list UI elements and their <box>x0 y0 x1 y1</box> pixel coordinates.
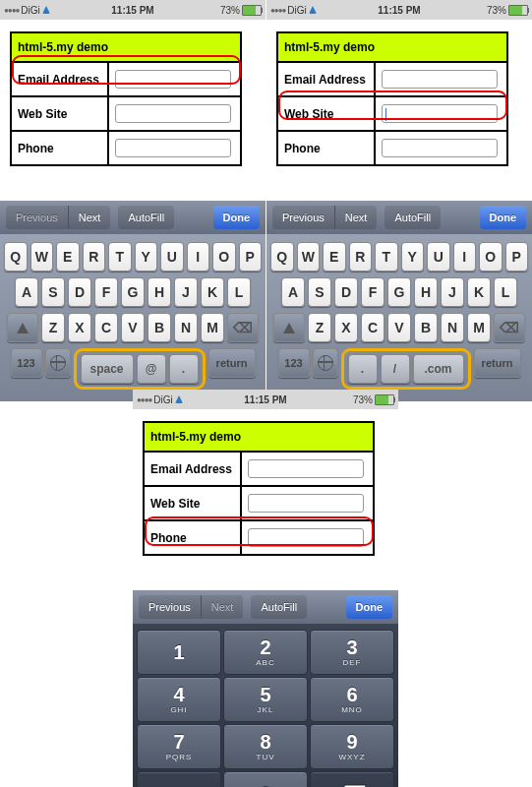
key-q[interactable]: Q <box>4 242 28 272</box>
key-e[interactable]: E <box>323 242 346 272</box>
key-a[interactable]: A <box>15 277 38 307</box>
key-l[interactable]: L <box>227 277 251 307</box>
email-input[interactable] <box>382 70 498 89</box>
dot-key[interactable]: . <box>348 354 378 384</box>
phone-input[interactable] <box>248 528 364 547</box>
slash-key[interactable]: / <box>381 354 410 384</box>
key-7[interactable]: 7PQRS <box>137 724 221 769</box>
url-input[interactable] <box>248 494 364 513</box>
key-q[interactable]: Q <box>270 242 294 272</box>
key-0[interactable]: 0 <box>223 771 308 787</box>
shift-key[interactable] <box>273 313 305 342</box>
key-s[interactable]: S <box>308 277 331 307</box>
backspace-key[interactable]: ⌫ <box>494 313 525 342</box>
key-p[interactable]: P <box>239 242 263 272</box>
key-8[interactable]: 8TUV <box>223 724 308 769</box>
globe-key[interactable] <box>313 348 338 378</box>
url-input[interactable] <box>115 104 231 123</box>
key-9[interactable]: 9WXYZ <box>310 724 394 769</box>
key-x[interactable]: X <box>68 313 91 342</box>
key-z[interactable]: Z <box>308 313 331 342</box>
key-v[interactable]: V <box>121 313 145 342</box>
key-x[interactable]: X <box>334 313 358 342</box>
key-y[interactable]: Y <box>135 242 158 272</box>
next-button[interactable]: Next <box>202 595 244 619</box>
key-e[interactable]: E <box>56 242 80 272</box>
autofill-button[interactable]: AutoFill <box>118 206 174 229</box>
key-u[interactable]: U <box>160 242 184 272</box>
key-b[interactable]: B <box>414 313 438 342</box>
globe-key[interactable] <box>45 348 71 378</box>
key-2[interactable]: 2ABC <box>223 630 308 675</box>
key-i[interactable]: I <box>187 242 210 272</box>
backspace-key[interactable]: ⌫ <box>227 313 259 342</box>
key-a[interactable]: A <box>281 277 305 307</box>
email-input[interactable] <box>248 459 364 478</box>
key-s[interactable]: S <box>41 277 65 307</box>
key-h[interactable]: H <box>148 277 171 307</box>
prev-button[interactable]: Previous <box>139 595 202 619</box>
key-c[interactable]: C <box>361 313 384 342</box>
key-u[interactable]: U <box>427 242 450 272</box>
key-m[interactable]: M <box>201 313 224 342</box>
autofill-button[interactable]: AutoFill <box>384 206 441 229</box>
prev-button[interactable]: Previous <box>272 206 335 229</box>
return-key[interactable]: return <box>208 348 256 378</box>
space-key[interactable]: space <box>81 354 134 384</box>
next-button[interactable]: Next <box>335 206 378 229</box>
key-k[interactable]: K <box>201 277 224 307</box>
key-j[interactable]: J <box>174 277 198 307</box>
shift-key[interactable] <box>7 313 38 342</box>
key-4[interactable]: 4GHI <box>137 677 221 722</box>
key-o[interactable]: O <box>212 242 236 272</box>
key-b[interactable]: B <box>148 313 171 342</box>
key-3[interactable]: 3DEF <box>310 630 394 675</box>
key-r[interactable]: R <box>83 242 106 272</box>
done-button[interactable]: Done <box>346 595 393 619</box>
key-symbols[interactable]: + * # <box>137 771 221 787</box>
key-o[interactable]: O <box>479 242 502 272</box>
key-w[interactable]: W <box>30 242 54 272</box>
key-c[interactable]: C <box>94 313 118 342</box>
url-input[interactable] <box>382 104 498 123</box>
key-y[interactable]: Y <box>401 242 425 272</box>
key-h[interactable]: H <box>414 277 438 307</box>
numbers-key[interactable]: 123 <box>11 348 42 378</box>
key-l[interactable]: L <box>494 277 517 307</box>
key-k[interactable]: K <box>467 277 491 307</box>
email-input[interactable] <box>115 70 231 89</box>
phone-input[interactable] <box>382 139 498 157</box>
key-1[interactable]: 1 <box>137 630 221 675</box>
key-g[interactable]: G <box>121 277 145 307</box>
key-i[interactable]: I <box>453 242 477 272</box>
done-button[interactable]: Done <box>480 206 527 229</box>
dot-key[interactable]: . <box>169 354 199 384</box>
dotcom-key[interactable]: .com <box>413 354 464 384</box>
next-button[interactable]: Next <box>69 206 111 229</box>
key-t[interactable]: T <box>375 242 398 272</box>
key-backspace[interactable]: ⌫ <box>310 771 394 787</box>
key-v[interactable]: V <box>387 313 411 342</box>
key-d[interactable]: D <box>68 277 91 307</box>
key-z[interactable]: Z <box>41 313 65 342</box>
numbers-key[interactable]: 123 <box>278 348 310 378</box>
at-key[interactable]: @ <box>137 354 166 384</box>
prev-button[interactable]: Previous <box>6 206 69 229</box>
key-f[interactable]: F <box>361 277 384 307</box>
key-j[interactable]: J <box>441 277 464 307</box>
key-w[interactable]: W <box>297 242 321 272</box>
key-f[interactable]: F <box>94 277 118 307</box>
key-n[interactable]: N <box>441 313 464 342</box>
key-r[interactable]: R <box>349 242 373 272</box>
key-5[interactable]: 5JKL <box>223 677 308 722</box>
key-n[interactable]: N <box>174 313 198 342</box>
key-6[interactable]: 6MNO <box>310 677 394 722</box>
return-key[interactable]: return <box>474 348 521 378</box>
key-m[interactable]: M <box>467 313 491 342</box>
key-d[interactable]: D <box>334 277 358 307</box>
autofill-button[interactable]: AutoFill <box>251 595 307 619</box>
phone-input[interactable] <box>115 139 231 157</box>
key-g[interactable]: G <box>387 277 411 307</box>
key-p[interactable]: P <box>505 242 529 272</box>
done-button[interactable]: Done <box>213 206 261 229</box>
